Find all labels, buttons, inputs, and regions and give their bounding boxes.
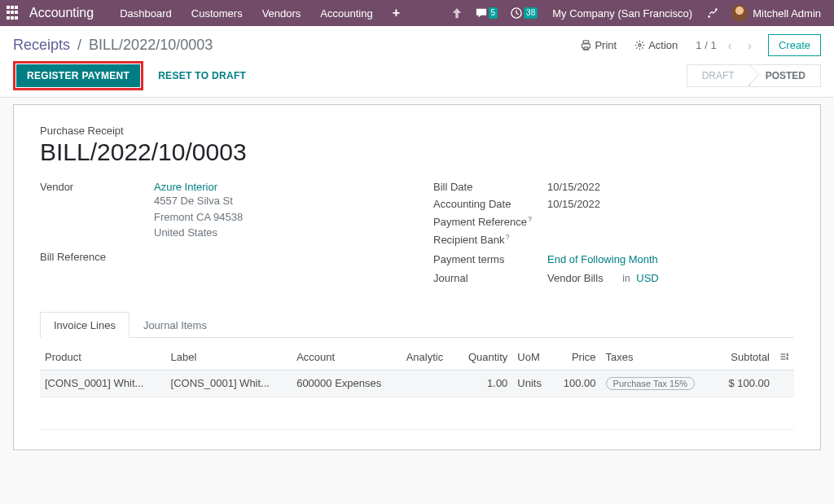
journal-value: Vendor Bills in USD	[547, 272, 659, 284]
user-menu[interactable]: Mitchell Admin	[725, 0, 827, 26]
breadcrumb-root[interactable]: Receipts	[13, 37, 70, 53]
help-icon[interactable]: ?	[505, 233, 509, 241]
debug-icon[interactable]	[700, 0, 725, 26]
highlight-annotation: REGISTER PAYMENT	[13, 61, 143, 90]
bill-date-value: 10/15/2022	[547, 181, 600, 193]
tabs: Invoice Lines Journal Items	[40, 312, 794, 338]
action-button[interactable]: Action	[628, 36, 684, 55]
pager-next[interactable]: ›	[743, 37, 757, 54]
top-nav: Accounting Dashboard Customers Vendors A…	[0, 0, 834, 26]
col-uom[interactable]: UoM	[512, 344, 551, 370]
cell-product: [CONS_0001] Whit...	[40, 370, 166, 397]
accounting-date-label: Accounting Date	[433, 198, 547, 210]
col-taxes[interactable]: Taxes	[601, 344, 716, 370]
control-panel: Receipts / BILL/2022/10/0003 Print Actio…	[0, 26, 834, 98]
col-account[interactable]: Account	[292, 344, 402, 370]
vendor-value[interactable]: Azure Interior	[154, 181, 243, 193]
cell-taxes: Purchase Tax 15%	[601, 370, 716, 397]
receipt-type-label: Purchase Receipt	[40, 125, 794, 137]
currency-value[interactable]: USD	[636, 272, 658, 284]
tab-journal-items[interactable]: Journal Items	[129, 312, 221, 338]
col-subtotal[interactable]: Subtotal	[715, 344, 775, 370]
left-column: Vendor Azure Interior 4557 De Silva St F…	[40, 181, 401, 289]
form-sheet: Purchase Receipt BILL/2022/10/0003 Vendo…	[13, 104, 821, 450]
avatar	[731, 5, 748, 21]
col-product[interactable]: Product	[40, 344, 166, 370]
app-brand[interactable]: Accounting	[29, 6, 94, 20]
col-options[interactable]	[775, 344, 794, 370]
tab-invoice-lines[interactable]: Invoice Lines	[40, 312, 129, 338]
reset-to-draft-button[interactable]: RESET TO DRAFT	[148, 65, 256, 86]
activities-icon[interactable]: 38	[504, 0, 544, 26]
pager-prev[interactable]: ‹	[723, 37, 737, 54]
shortcut-icon[interactable]	[445, 0, 469, 26]
company-switcher[interactable]: My Company (San Francisco)	[544, 7, 700, 20]
svg-point-2	[715, 8, 718, 11]
options-icon[interactable]	[779, 352, 789, 362]
cell-price: 100.00	[552, 370, 601, 397]
vendor-label: Vendor	[40, 181, 154, 193]
breadcrumb: Receipts / BILL/2022/10/0003	[13, 37, 213, 54]
svg-point-3	[639, 44, 641, 46]
print-icon	[581, 40, 591, 50]
payment-terms-value[interactable]: End of Following Month	[547, 253, 658, 265]
pager: 1 / 1 ‹ ›	[696, 37, 757, 54]
register-payment-button[interactable]: REGISTER PAYMENT	[16, 64, 140, 87]
cell-account: 600000 Expenses	[292, 370, 402, 397]
activities-badge: 38	[524, 7, 538, 19]
breadcrumb-current: BILL/2022/10/0003	[89, 37, 213, 53]
cell-analytic	[402, 370, 456, 397]
apps-menu-icon[interactable]	[7, 6, 21, 20]
menu-add[interactable]: +	[383, 0, 410, 26]
col-analytic[interactable]: Analytic	[402, 344, 456, 370]
menu-vendors[interactable]: Vendors	[252, 0, 311, 26]
payment-terms-label: Payment terms	[433, 253, 547, 265]
accounting-date-value: 10/15/2022	[547, 198, 600, 210]
table-row[interactable]: [CONS_0001] Whit... [CONS_0001] Whit... …	[40, 370, 794, 397]
menu-dashboard[interactable]: Dashboard	[110, 0, 182, 26]
cell-uom: Units	[512, 370, 551, 397]
cell-quantity: 1.00	[455, 370, 512, 397]
col-price[interactable]: Price	[552, 344, 601, 370]
gear-icon	[634, 40, 645, 50]
svg-point-1	[709, 15, 711, 18]
user-name: Mitchell Admin	[753, 7, 821, 20]
vendor-address-1: 4557 De Silva St	[154, 193, 243, 209]
col-quantity[interactable]: Quantity	[455, 344, 512, 370]
page-title: BILL/2022/10/0003	[40, 138, 794, 166]
journal-label: Journal	[433, 272, 547, 284]
vendor-address-2: Fremont CA 94538	[154, 209, 243, 226]
help-icon[interactable]: ?	[528, 215, 532, 223]
col-label[interactable]: Label	[166, 344, 292, 370]
menu-accounting[interactable]: Accounting	[310, 0, 382, 26]
tax-chip: Purchase Tax 15%	[606, 377, 696, 390]
recipient-bank-label: Recipient Bank?	[433, 233, 547, 246]
cell-subtotal: $ 100.00	[715, 370, 775, 397]
cell-label: [CONS_0001] Whit...	[166, 370, 292, 397]
bill-reference-label: Bill Reference	[40, 251, 154, 263]
invoice-lines-table: Product Label Account Analytic Quantity …	[40, 344, 794, 397]
right-column: Bill Date 10/15/2022 Accounting Date 10/…	[433, 181, 794, 289]
create-button[interactable]: Create	[768, 34, 821, 56]
print-button[interactable]: Print	[574, 36, 623, 55]
messages-icon[interactable]: 5	[469, 0, 505, 26]
status-bar: DRAFT POSTED	[687, 64, 821, 87]
status-draft[interactable]: DRAFT	[687, 64, 750, 87]
bill-date-label: Bill Date	[433, 181, 547, 193]
messages-badge: 5	[489, 7, 498, 19]
payment-reference-label: Payment Reference?	[433, 215, 547, 228]
vendor-address-3: United States	[154, 225, 243, 241]
status-posted[interactable]: POSTED	[750, 64, 821, 87]
menu-customers[interactable]: Customers	[182, 0, 252, 26]
